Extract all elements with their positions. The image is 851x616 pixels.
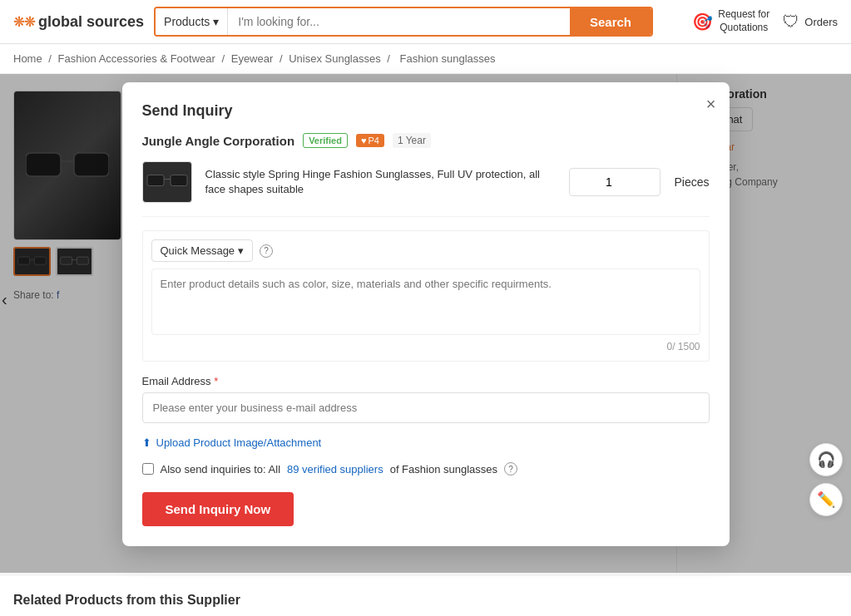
email-section: Email Address *	[142, 375, 710, 423]
headset-icon: 🎧	[817, 451, 835, 469]
email-label: Email Address *	[142, 375, 710, 387]
breadcrumb-unisex[interactable]: Unisex Sunglasses	[289, 52, 381, 65]
logo-icon: ❊❊	[13, 14, 35, 30]
also-send-row: Also send inquiries to: All 89 verified …	[142, 462, 710, 476]
required-star: *	[214, 375, 218, 387]
modal-product-description: Classic style Spring Hinge Fashion Sungl…	[205, 167, 557, 197]
search-category-label: Products	[164, 15, 210, 28]
also-send-checkbox[interactable]	[142, 463, 154, 475]
upload-row[interactable]: ⬆ Upload Product Image/Attachment	[142, 436, 710, 449]
svg-rect-12	[171, 175, 187, 186]
svg-rect-11	[147, 175, 164, 186]
quantity-input[interactable]	[569, 168, 661, 196]
modal-product-row: Classic style Spring Hinge Fashion Sungl…	[142, 161, 710, 217]
pieces-label: Pieces	[674, 175, 709, 189]
verified-suppliers-link[interactable]: 89 verified suppliers	[287, 463, 383, 476]
quick-message-row: Quick Message ▾ ?	[151, 239, 700, 262]
chevron-down-icon: ▾	[238, 244, 244, 257]
checkbox-help-icon[interactable]: ?	[504, 462, 517, 476]
search-category-dropdown[interactable]: Products ▾	[156, 8, 228, 35]
chevron-down-icon: ▾	[213, 15, 219, 28]
search-bar: Products ▾ Search	[154, 7, 653, 37]
breadcrumb-current: Fashion sunglasses	[400, 52, 496, 65]
orders-action[interactable]: 🛡 Orders	[783, 12, 838, 32]
product-thumbnail-svg	[146, 169, 188, 195]
message-textarea[interactable]	[151, 269, 700, 335]
quick-message-button[interactable]: Quick Message ▾	[151, 239, 254, 262]
related-products-title: Related Products from this Supplier	[13, 593, 838, 608]
related-products-section: Related Products from this Supplier	[0, 576, 851, 616]
year-badge: 1 Year	[393, 133, 431, 148]
breadcrumb-home[interactable]: Home	[13, 52, 42, 65]
char-count: 0/ 1500	[151, 341, 700, 352]
modal-supplier-name: Jungle Angle Corporation	[142, 134, 295, 148]
send-inquiry-button[interactable]: Send Inquiry Now	[142, 492, 294, 526]
quotations-icon: 🎯	[692, 12, 713, 32]
logo-text: global sources	[38, 13, 144, 31]
modal-supplier-row: Jungle Angle Corporation Verified ♥ P4 1…	[142, 133, 710, 148]
quotations-action[interactable]: 🎯 Request forQuotations	[692, 8, 769, 34]
modal-title: Send Inquiry	[142, 102, 710, 120]
heart-icon: ♥	[361, 136, 367, 145]
verified-badge: Verified	[303, 133, 348, 148]
float-buttons: 🎧 ✏️	[809, 443, 843, 516]
upload-label: Upload Product Image/Attachment	[156, 436, 322, 449]
help-icon[interactable]: ?	[260, 244, 273, 258]
orders-icon: 🛡	[783, 12, 799, 32]
logo[interactable]: ❊❊ global sources	[13, 13, 144, 31]
email-input[interactable]	[142, 392, 710, 423]
p4-badge: ♥ P4	[356, 134, 384, 147]
modal-product-thumbnail	[142, 161, 192, 203]
edit-button[interactable]: ✏️	[809, 483, 843, 516]
main-content: order ↑ ‹	[0, 74, 851, 573]
modal-close-button[interactable]: ×	[706, 96, 716, 112]
breadcrumb-eyewear[interactable]: Eyewear	[231, 52, 274, 65]
send-inquiry-modal: Send Inquiry × Jungle Angle Corporation …	[122, 82, 730, 546]
upload-icon: ⬆	[142, 436, 151, 449]
modal-overlay: Send Inquiry × Jungle Angle Corporation …	[0, 74, 851, 573]
orders-label: Orders	[804, 16, 838, 28]
quotations-label: Request forQuotations	[718, 8, 769, 34]
breadcrumb-fashion[interactable]: Fashion Accessories & Footwear	[58, 52, 215, 65]
edit-icon: ✏️	[817, 490, 835, 509]
also-send-text-after: of Fashion sunglasses	[390, 463, 497, 476]
search-button[interactable]: Search	[570, 8, 651, 35]
also-send-text-before: Also send inquiries to: All	[161, 463, 281, 476]
quick-message-label: Quick Message	[161, 244, 235, 257]
headset-button[interactable]: 🎧	[809, 443, 843, 476]
search-input[interactable]	[228, 8, 570, 35]
breadcrumb: Home / Fashion Accessories & Footwear / …	[0, 44, 851, 74]
message-box: Quick Message ▾ ? 0/ 1500	[142, 230, 710, 362]
header-actions: 🎯 Request forQuotations 🛡 Orders	[692, 8, 838, 34]
header: ❊❊ global sources Products ▾ Search 🎯 Re…	[0, 0, 851, 44]
